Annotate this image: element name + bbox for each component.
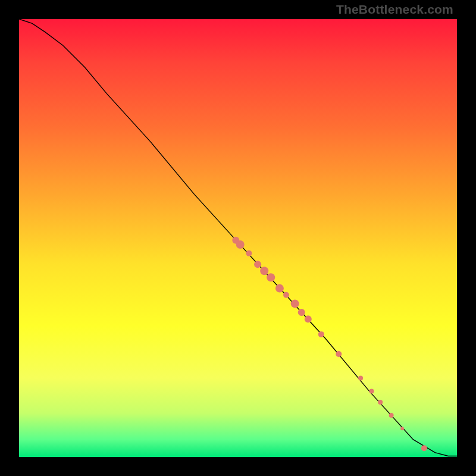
plot-area: [19, 19, 457, 457]
data-point: [246, 250, 252, 256]
data-point: [275, 284, 284, 293]
data-point: [400, 427, 404, 430]
data-point: [336, 351, 342, 357]
data-point: [291, 299, 299, 308]
data-point: [305, 315, 312, 322]
data-point: [378, 400, 383, 405]
data-point: [318, 331, 324, 337]
chart-svg: [19, 19, 457, 457]
data-point: [267, 273, 275, 281]
data-point: [298, 309, 305, 316]
chart-container: TheBottleneck.com: [0, 0, 476, 476]
watermark-text: TheBottleneck.com: [336, 2, 453, 17]
data-point: [389, 413, 394, 418]
data-point: [283, 292, 289, 298]
data-point: [358, 376, 363, 381]
data-point: [254, 261, 261, 268]
data-point: [260, 267, 268, 275]
data-point: [421, 445, 427, 451]
data-point: [369, 389, 374, 394]
data-point: [236, 240, 245, 249]
